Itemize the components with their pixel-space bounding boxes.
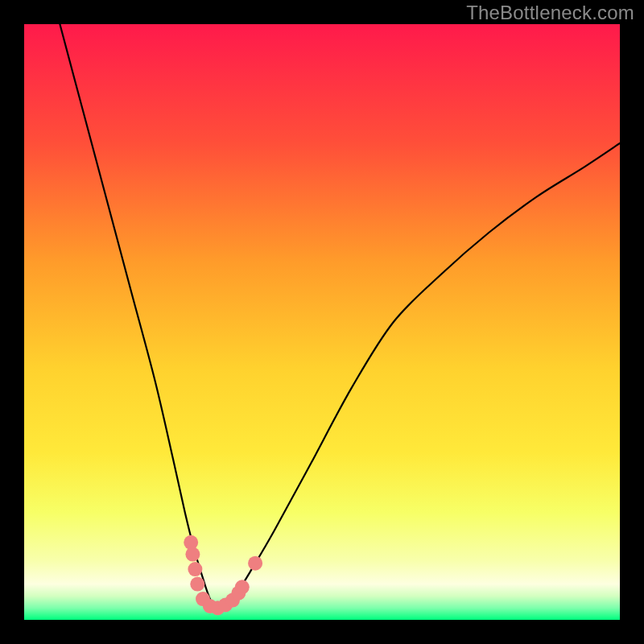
marker-dot bbox=[190, 577, 204, 592]
chart-svg bbox=[24, 24, 620, 620]
watermark-text: TheBottleneck.com bbox=[466, 2, 634, 24]
bottleneck-chart bbox=[24, 24, 620, 620]
marker-dot bbox=[248, 556, 262, 571]
chart-frame: TheBottleneck.com bbox=[0, 0, 644, 644]
gradient-bg bbox=[24, 24, 620, 620]
marker-dot bbox=[235, 580, 250, 594]
marker-dot bbox=[185, 547, 200, 562]
marker-dot bbox=[188, 562, 202, 576]
